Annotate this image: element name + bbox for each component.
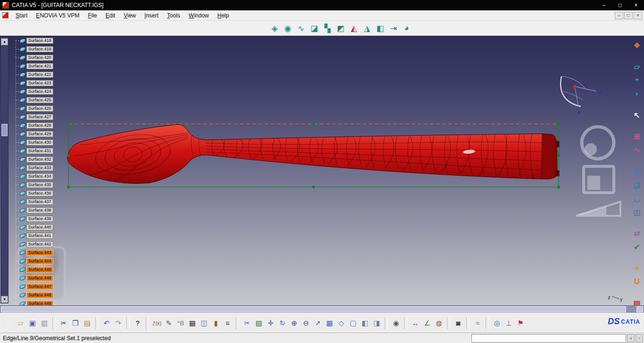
tree-item-label[interactable]: Surface.433 [26, 165, 53, 171]
guitar-neck-model[interactable] [67, 124, 557, 183]
minimize-button[interactable]: – [596, 0, 612, 10]
measure-item-icon[interactable]: ∠ [422, 318, 432, 329]
tree-item[interactable]: Surface.436 [12, 189, 64, 197]
boundary-icon[interactable]: ◮ [361, 23, 373, 34]
open-icon[interactable]: ▱ [16, 318, 26, 329]
print-icon[interactable]: ▥ [39, 318, 50, 329]
untrim-surface-icon[interactable]: ◪ [631, 179, 643, 190]
split-icon[interactable]: ◩ [335, 23, 347, 34]
pan-icon[interactable]: ✛ [265, 318, 276, 329]
tree-item-label[interactable]: Surface.423 [26, 80, 53, 86]
split-view-icon[interactable]: ✂ [242, 318, 252, 329]
tree-item[interactable]: Surface.420 [12, 53, 64, 62]
lock-icon[interactable]: ▮ [211, 318, 221, 329]
tree-item[interactable]: Surface.441 [12, 231, 64, 240]
spec-tree[interactable]: Surface.418Surface.419Surface.420Surface… [12, 36, 64, 305]
tree-item-label[interactable]: Surface.419 [26, 46, 53, 52]
zoom-out-icon[interactable]: ⊖ [301, 318, 311, 329]
close-button[interactable]: × [628, 0, 644, 10]
shading-icon[interactable]: ▢ [348, 318, 358, 329]
grid-snap-icon[interactable]: ◫ [199, 318, 209, 329]
menu-view[interactable]: View [119, 11, 140, 20]
tree-scrollbar[interactable]: ▲ ▼ [0, 38, 8, 303]
tree-item-label[interactable]: Surface.442 [26, 241, 53, 247]
selection-filter-icon[interactable]: ▧ [254, 318, 264, 329]
view-compass[interactable]: y x [561, 76, 602, 115]
paint-style-icon[interactable]: ❖ [631, 40, 643, 51]
tree-item-label[interactable]: Surface.438 [26, 207, 53, 213]
scroll-thumb[interactable] [1, 124, 8, 136]
extract-icon[interactable]: ◧ [374, 23, 386, 34]
mdi-minimize-button[interactable]: – [615, 12, 623, 19]
healing-icon[interactable]: ◉ [282, 23, 294, 34]
tree-item[interactable]: Surface.424 [12, 87, 64, 96]
tree-item[interactable]: Surface.449 [12, 299, 64, 305]
tree-item[interactable]: Surface.435 [12, 180, 64, 189]
tree-item[interactable]: Surface.442 [12, 240, 64, 248]
parameters-icon[interactable]: °8 [175, 318, 186, 329]
multiple-extract-icon[interactable]: ⇥ [388, 23, 399, 34]
select-arrow-icon[interactable]: ↖ [631, 109, 643, 121]
trim-icon[interactable]: ◭ [348, 23, 360, 34]
mdi-restore-button[interactable]: □ [624, 12, 633, 19]
tree-item[interactable]: Surface.447 [12, 282, 64, 291]
menu-help[interactable]: Help [213, 11, 233, 20]
wave-analysis-icon[interactable]: ≈ [472, 318, 483, 329]
menu-file[interactable]: File [83, 11, 101, 20]
extrude-surface-icon[interactable]: ◓ [631, 74, 643, 86]
extrapolate-icon[interactable]: ◕ [401, 23, 413, 34]
tree-item-label[interactable]: Surface.431 [26, 148, 53, 154]
save-icon[interactable]: ▣ [27, 318, 38, 329]
status-lock-button[interactable]: ▪ [627, 334, 635, 343]
tree-item-label[interactable]: Surface.437 [26, 199, 53, 205]
wireframe-icon[interactable]: ◨ [372, 318, 382, 329]
tree-item[interactable]: Surface.418 [12, 36, 64, 45]
axis-system-icon[interactable]: ⊥ [504, 318, 514, 329]
zoom-in-icon[interactable]: ⊕ [289, 318, 299, 329]
tree-item-label[interactable]: Surface.447 [26, 284, 53, 290]
tree-item[interactable]: Surface.422 [12, 70, 64, 79]
tree-item-label[interactable]: Surface.439 [26, 216, 53, 222]
scroll-down-button[interactable]: ▼ [1, 296, 8, 303]
tree-item[interactable]: Surface.434 [12, 172, 64, 180]
tree-item-label[interactable]: Surface.422 [26, 72, 53, 78]
measure-between-icon[interactable]: ↔ [410, 318, 421, 329]
capture-icon[interactable]: ◙ [453, 318, 463, 329]
scroll-up-button[interactable]: ▲ [1, 38, 8, 45]
tree-item-label[interactable]: Surface.440 [26, 224, 53, 230]
rotate-ring-widget[interactable] [582, 127, 614, 159]
tree-item[interactable]: Surface.427 [12, 113, 64, 121]
tree-item[interactable]: Surface.421 [12, 62, 64, 70]
apply-dress-icon[interactable]: ▨ [631, 297, 643, 305]
tree-item-label[interactable]: Surface.430 [26, 139, 53, 146]
apply-material-icon[interactable]: ◍ [434, 318, 444, 329]
rotate-knob-widget[interactable] [585, 143, 597, 155]
formula-icon[interactable]: ƒ(x) [152, 318, 162, 329]
iso-view-icon[interactable]: ◇ [336, 318, 347, 329]
menu-start[interactable]: Start [11, 11, 32, 20]
tree-item[interactable]: Surface.419 [12, 45, 64, 53]
tree-item[interactable]: Surface.439 [12, 214, 64, 223]
untrim-icon[interactable]: ◪ [308, 23, 320, 34]
tree-item[interactable]: Surface.425 [12, 96, 64, 104]
flag-note-icon[interactable]: ⚑ [515, 318, 526, 329]
tree-item-label[interactable]: Surface.448 [26, 292, 53, 298]
redo-icon[interactable]: ↷ [113, 318, 124, 329]
tree-item-label[interactable]: Surface.446 [26, 275, 53, 281]
symmetry-icon[interactable]: ⇄ [631, 228, 643, 239]
compass-origin[interactable] [573, 85, 576, 88]
whats-this-icon[interactable]: ? [132, 318, 143, 329]
tree-item-label[interactable]: Surface.427 [26, 114, 53, 120]
pan-knob-widget[interactable] [587, 176, 600, 190]
cut-icon[interactable]: ✂ [58, 318, 69, 329]
tree-item[interactable]: Surface.446 [12, 274, 64, 282]
undo-icon[interactable]: ↶ [101, 318, 112, 329]
tree-item-label[interactable]: Surface.426 [26, 106, 53, 112]
tree-item-label[interactable]: Surface.418 [26, 38, 53, 44]
turntable-icon[interactable]: ◉ [391, 318, 401, 329]
menu-enovia-v5-vpm[interactable]: ENOVIA V5 VPM [32, 11, 83, 20]
hscroll-thumb[interactable] [1, 306, 626, 312]
power-input[interactable] [471, 334, 626, 343]
maximize-button[interactable]: □ [612, 0, 628, 10]
normal-view-icon[interactable]: ↗ [313, 318, 323, 329]
